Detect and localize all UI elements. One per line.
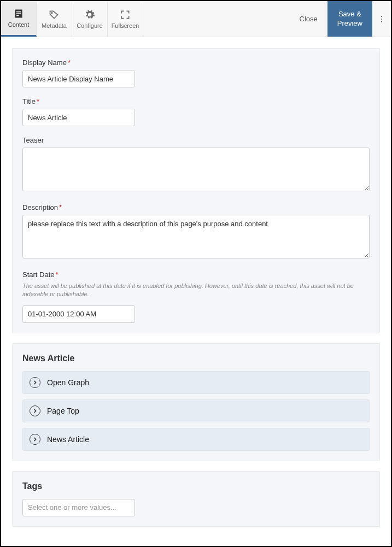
gear-icon bbox=[84, 9, 95, 20]
news-article-heading: News Article bbox=[22, 354, 370, 363]
svg-point-1 bbox=[381, 16, 382, 17]
field-start-date: Start Date* The asset will be published … bbox=[22, 270, 370, 323]
teaser-label: Teaser bbox=[22, 136, 370, 144]
title-input[interactable] bbox=[22, 109, 135, 126]
tag-icon bbox=[49, 9, 60, 20]
news-article-panel: News Article Open Graph Page Top News Ar… bbox=[12, 343, 380, 461]
description-textarea[interactable] bbox=[22, 215, 370, 258]
description-label: Description* bbox=[22, 203, 370, 211]
chevron-right-icon bbox=[30, 377, 40, 388]
tab-content[interactable]: Content bbox=[1, 1, 37, 37]
chevron-right-icon bbox=[30, 405, 40, 416]
tags-heading: Tags bbox=[22, 481, 370, 491]
required-marker: * bbox=[68, 58, 71, 67]
tab-configure[interactable]: Configure bbox=[72, 1, 108, 37]
field-description: Description* bbox=[22, 203, 370, 261]
accordion-open-graph[interactable]: Open Graph bbox=[22, 371, 370, 394]
svg-point-2 bbox=[381, 18, 382, 19]
page-body: Display Name* Title* Teaser Description*… bbox=[1, 37, 391, 547]
tab-label: Configure bbox=[77, 22, 103, 29]
required-marker: * bbox=[37, 97, 39, 105]
accordion-news-article[interactable]: News Article bbox=[22, 428, 370, 451]
start-date-input[interactable] bbox=[22, 305, 135, 323]
tags-panel: Tags bbox=[12, 471, 380, 527]
tab-label: Fullscreen bbox=[112, 22, 139, 29]
field-title: Title* bbox=[22, 97, 370, 126]
accordion-label: News Article bbox=[47, 435, 89, 444]
document-icon bbox=[13, 8, 24, 19]
more-vertical-icon bbox=[377, 15, 386, 23]
accordion-label: Open Graph bbox=[47, 378, 89, 387]
display-name-input[interactable] bbox=[22, 70, 135, 87]
required-marker: * bbox=[59, 203, 62, 211]
close-button[interactable]: Close bbox=[290, 1, 327, 37]
chevron-right-icon bbox=[30, 434, 40, 445]
display-name-label: Display Name* bbox=[22, 58, 370, 67]
accordion-page-top[interactable]: Page Top bbox=[22, 399, 370, 422]
field-teaser: Teaser bbox=[22, 136, 370, 193]
tab-fullscreen[interactable]: Fullscreen bbox=[108, 1, 143, 37]
teaser-textarea[interactable] bbox=[22, 148, 370, 191]
tab-label: Metadata bbox=[42, 22, 67, 29]
required-marker: * bbox=[56, 270, 58, 279]
fullscreen-icon bbox=[120, 9, 131, 20]
more-menu-button[interactable] bbox=[372, 1, 391, 37]
toolbar: Content Metadata Configure Fullscreen Cl… bbox=[1, 1, 391, 37]
start-date-help: The asset will be published at this date… bbox=[22, 282, 370, 299]
main-fields-panel: Display Name* Title* Teaser Description*… bbox=[12, 48, 380, 333]
field-display-name: Display Name* bbox=[22, 58, 370, 87]
tags-input[interactable] bbox=[22, 499, 135, 516]
svg-point-0 bbox=[51, 12, 52, 13]
start-date-label: Start Date* bbox=[22, 270, 370, 279]
toolbar-spacer bbox=[143, 1, 290, 37]
accordion-label: Page Top bbox=[47, 407, 79, 415]
tab-metadata[interactable]: Metadata bbox=[37, 1, 72, 37]
svg-point-3 bbox=[381, 21, 382, 22]
title-label: Title* bbox=[22, 97, 370, 105]
save-preview-button[interactable]: Save & Preview bbox=[327, 1, 372, 37]
tab-label: Content bbox=[8, 21, 30, 28]
